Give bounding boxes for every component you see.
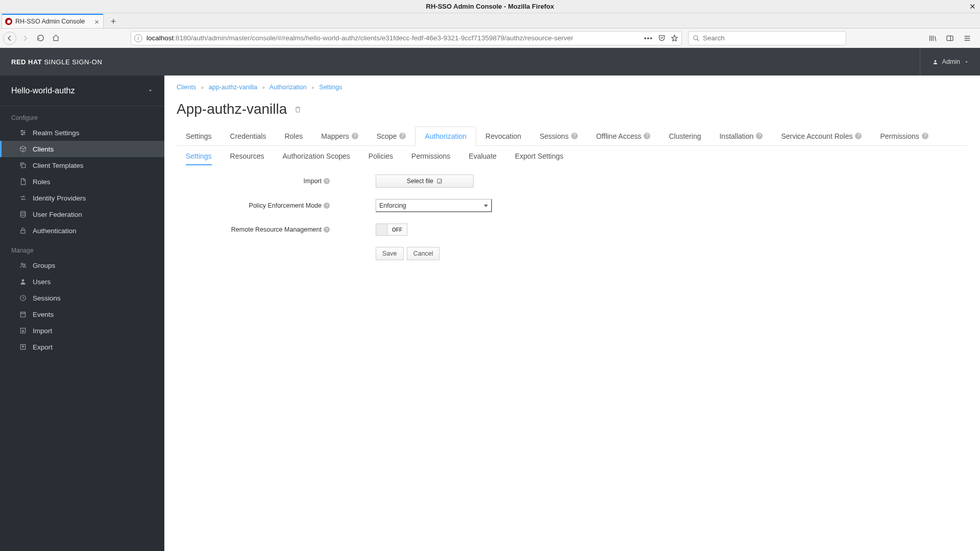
import-label: Import? (177, 178, 335, 185)
svg-point-3 (21, 130, 22, 131)
content-area: Clients » app-authz-vanilla » Authorizat… (164, 76, 980, 551)
sidebar-item-user-federation[interactable]: User Federation (0, 206, 164, 222)
tab-installation[interactable]: Installation? (710, 127, 772, 145)
pem-label: Policy Enforcement Mode? (177, 202, 335, 209)
svg-point-9 (21, 263, 23, 265)
authz-settings-form: Import? Select file Policy Enforcement M… (177, 174, 968, 260)
sidebar-item-label: Authentication (33, 227, 77, 235)
toggle-knob (376, 224, 387, 235)
tab-credentials[interactable]: Credentials (221, 127, 276, 145)
crumb-client[interactable]: app-authz-vanilla (209, 84, 257, 91)
db-icon (19, 211, 28, 218)
toggle-state: OFF (387, 224, 407, 235)
sidebar-item-groups[interactable]: Groups (0, 257, 164, 273)
subtab-policies[interactable]: Policies (359, 147, 402, 165)
tab-roles[interactable]: Roles (275, 127, 312, 145)
help-icon[interactable]: ? (922, 133, 928, 139)
sidebar-item-realm-settings[interactable]: Realm Settings (0, 124, 164, 141)
in-icon (19, 327, 28, 334)
more-actions-icon[interactable]: ••• (644, 34, 653, 42)
user-name: Admin (942, 58, 960, 65)
cancel-button[interactable]: Cancel (407, 247, 440, 260)
sidebar-group-configure: Configure (0, 106, 164, 124)
tab-authorization[interactable]: Authorization (415, 127, 476, 146)
reload-button-icon[interactable] (34, 32, 47, 45)
pem-select[interactable]: Enforcing (376, 199, 492, 212)
crumb-clients[interactable]: Clients (177, 84, 196, 91)
tab-scope[interactable]: Scope? (368, 127, 415, 145)
crumb-sep-icon: » (308, 85, 317, 90)
user-dropdown[interactable]: Admin (920, 48, 969, 76)
crumb-settings[interactable]: Settings (319, 84, 342, 91)
realm-selector[interactable]: Hello-world-authz (0, 76, 164, 106)
rrm-toggle[interactable]: OFF (376, 223, 407, 236)
sidebar-group-manage: Manage (0, 239, 164, 257)
help-icon[interactable]: ? (352, 133, 358, 139)
subtab-evaluate[interactable]: Evaluate (459, 147, 505, 165)
help-icon[interactable]: ? (756, 133, 763, 139)
url-bar[interactable]: i localhost:8180/auth/admin/master/conso… (131, 31, 682, 45)
save-button[interactable]: Save (376, 247, 404, 260)
sidebar-toggle-icon[interactable] (943, 32, 957, 45)
svg-point-10 (23, 264, 25, 265)
site-info-icon[interactable]: i (134, 34, 142, 42)
window-close-icon[interactable]: ✕ (969, 2, 976, 11)
svg-rect-8 (21, 230, 25, 233)
subtab-scopes[interactable]: Authorization Scopes (274, 147, 359, 165)
subtab-permissions[interactable]: Permissions (402, 147, 459, 165)
select-file-button[interactable]: Select file (376, 174, 474, 188)
sidebar-item-clients[interactable]: Clients (0, 141, 164, 157)
back-button-icon[interactable] (3, 32, 16, 45)
tab-offline-access[interactable]: Offline Access? (587, 127, 659, 145)
sidebar-item-label: Groups (33, 262, 55, 269)
copy-icon (19, 162, 28, 169)
sidebar-item-import[interactable]: Import (0, 322, 164, 339)
tab-clustering[interactable]: Clustering (659, 127, 710, 145)
sliders-icon (19, 129, 28, 136)
help-icon[interactable]: ? (324, 178, 330, 184)
sidebar-item-users[interactable]: Users (0, 273, 164, 290)
realm-name: Hello-world-authz (11, 86, 75, 95)
subtab-resources[interactable]: Resources (221, 147, 274, 165)
subtab-export[interactable]: Export Settings (506, 147, 573, 165)
browser-tab-strip: RH-SSO Admin Console × + (0, 13, 980, 29)
rrm-label: Remote Resource Management? (177, 226, 335, 233)
tab-sessions[interactable]: Sessions? (530, 127, 587, 145)
tab-mappers[interactable]: Mappers? (312, 127, 367, 145)
sidebar-item-sessions[interactable]: Sessions (0, 290, 164, 306)
subtab-settings[interactable]: Settings (177, 147, 221, 165)
bookmark-star-icon[interactable] (671, 34, 678, 42)
browser-tab[interactable]: RH-SSO Admin Console × (2, 14, 104, 28)
crumb-authz[interactable]: Authorization (270, 84, 307, 91)
sidebar-item-authentication[interactable]: Authentication (0, 222, 164, 239)
help-icon[interactable]: ? (399, 133, 406, 139)
new-tab-button[interactable]: + (107, 15, 120, 28)
sidebar: Hello-world-authz Configure Realm Settin… (0, 76, 164, 551)
help-icon[interactable]: ? (571, 133, 578, 139)
tab-revocation[interactable]: Revocation (476, 127, 530, 145)
sidebar-item-export[interactable]: Export (0, 339, 164, 355)
search-input[interactable] (703, 34, 842, 42)
help-icon[interactable]: ? (855, 133, 862, 139)
sidebar-item-identity-providers[interactable]: Identity Providers (0, 190, 164, 206)
tab-service-account-roles[interactable]: Service Account Roles? (772, 127, 871, 145)
search-bar[interactable] (688, 31, 846, 45)
brand-logo: RED HAT SINGLE SIGN-ON (11, 58, 102, 66)
pocket-icon[interactable] (658, 34, 666, 42)
sidebar-item-events[interactable]: Events (0, 306, 164, 322)
tab-permissions[interactable]: Permissions? (871, 127, 937, 145)
svg-point-11 (22, 279, 24, 282)
sidebar-item-roles[interactable]: Roles (0, 173, 164, 190)
home-button-icon[interactable] (49, 32, 62, 45)
library-icon[interactable] (926, 32, 939, 45)
sidebar-item-client-templates[interactable]: Client Templates (0, 157, 164, 173)
delete-icon[interactable] (294, 106, 302, 113)
breadcrumb: Clients » app-authz-vanilla » Authorizat… (177, 84, 968, 91)
tab-favicon-icon (5, 18, 12, 25)
tab-settings[interactable]: Settings (177, 127, 221, 145)
tab-close-icon[interactable]: × (88, 17, 99, 26)
help-icon[interactable]: ? (644, 133, 650, 139)
help-icon[interactable]: ? (324, 227, 330, 233)
help-icon[interactable]: ? (324, 203, 330, 209)
menu-icon[interactable] (961, 32, 974, 45)
